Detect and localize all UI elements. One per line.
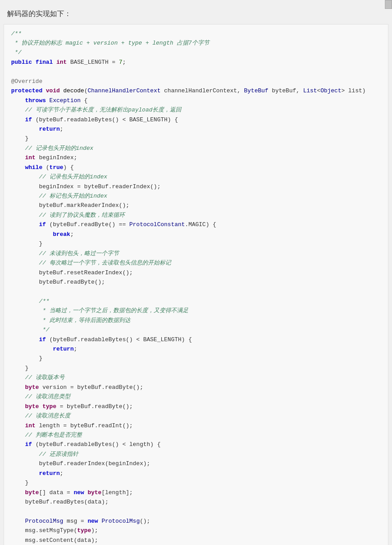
code-line: if (byteBuf.readByte() == ProtocolConsta…: [11, 220, 381, 229]
code-line: msg.setContent(data);: [11, 536, 381, 545]
code-line: ProtocolMsg msg = new ProtocolMsg();: [11, 516, 381, 526]
page-title: 解码器的实现如下：: [0, 4, 392, 24]
code-line: beginIndex = byteBuf.readerIndex();: [11, 182, 381, 191]
code-line: byteBuf.readerIndex(beginIndex);: [11, 459, 381, 468]
code-line: [11, 287, 381, 296]
code-line: // 读取消息类型: [11, 392, 381, 401]
code-line: // 标记包头开始的index: [11, 191, 381, 201]
code-line: byte version = byteBuf.readByte();: [11, 383, 381, 392]
code-line: protected void decode(ChannelHandlerCont…: [11, 86, 381, 95]
code-line: }: [11, 354, 381, 363]
code-line: }: [11, 478, 381, 487]
code-line: byte type = byteBuf.readByte();: [11, 402, 381, 411]
code-line: /**: [11, 297, 381, 306]
code-line: // 记录包头开始的index: [11, 144, 381, 153]
code-line: throws Exception {: [11, 96, 381, 105]
code-line: if (byteBuf.readableBytes() < BASE_LENGT…: [11, 115, 381, 124]
code-line: }: [11, 239, 381, 248]
title-text: 解码器的实现如下：: [7, 10, 71, 17]
code-line: return;: [11, 469, 381, 478]
code-line: * 此时结束，等待后面的数据到达: [11, 316, 381, 325]
code-line: */: [11, 48, 381, 57]
code-line: msg.setMsgType(type);: [11, 526, 381, 535]
code-line: // 可读字节小于基本长度，无法解析出payload长度，返回: [11, 105, 381, 115]
code-line: * 当略过，一个字节之后，数据包的长度，又变得不满足: [11, 306, 381, 315]
code-line: // 还原读指针: [11, 450, 381, 459]
code-line: @Override: [11, 77, 381, 86]
code-line: // 读取消息长度: [11, 411, 381, 421]
code-line: */: [11, 325, 381, 334]
page-container: 解码器的实现如下： /** * 协议开始的标志 magic + version …: [0, 0, 392, 545]
code-line: [11, 507, 381, 516]
code-line: // 判断本包是否完整: [11, 430, 381, 440]
code-line: if (byteBuf.readableBytes() < BASE_LENGT…: [11, 335, 381, 344]
code-line: // 每次略过一个字节，去读取包头信息的开始标记: [11, 258, 381, 268]
code-line: // 读到了协议头魔数，结束循环: [11, 211, 381, 220]
code-line: return;: [11, 124, 381, 134]
code-line: int length = byteBuf.readInt();: [11, 421, 381, 430]
code-line: byteBuf.resetReaderIndex();: [11, 268, 381, 277]
code-line: }: [11, 134, 381, 143]
code-line: [11, 67, 381, 76]
scrollbar-button[interactable]: [385, 0, 392, 9]
code-line: int beginIndex;: [11, 153, 381, 162]
code-line: byteBuf.markReaderIndex();: [11, 201, 381, 210]
code-line: byteBuf.readByte();: [11, 277, 381, 287]
code-line: break;: [11, 230, 381, 239]
code-line: byte[] data = new byte[length];: [11, 488, 381, 497]
code-line: /**: [11, 29, 381, 38]
code-line: byteBuf.readBytes(data);: [11, 497, 381, 507]
code-line: while (true) {: [11, 163, 381, 172]
code-line: return;: [11, 344, 381, 354]
code-line: // 记录包头开始的index: [11, 172, 381, 182]
code-line: }: [11, 363, 381, 373]
code-line: public final int BASE_LENGTH = 7;: [11, 58, 381, 67]
code-line: if (byteBuf.readableBytes() < length) {: [11, 440, 381, 449]
code-line: * 协议开始的标志 magic + version + type + lengt…: [11, 38, 381, 48]
code-line: // 读取版本号: [11, 373, 381, 382]
code-line: // 未读到包头，略过一个字节: [11, 249, 381, 258]
code-block: /** * 协议开始的标志 magic + version + type + l…: [4, 24, 388, 545]
